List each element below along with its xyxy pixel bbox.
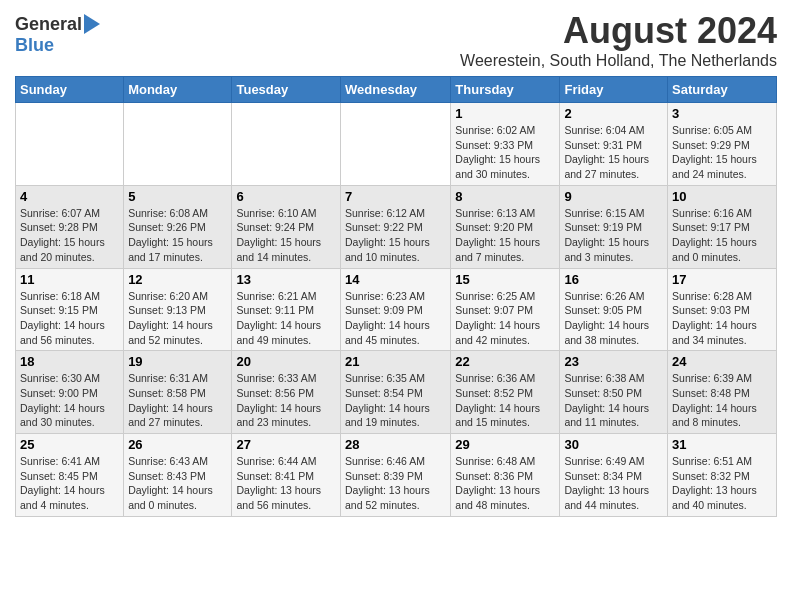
day-info: Sunrise: 6:07 AM Sunset: 9:28 PM Dayligh… xyxy=(20,206,119,265)
weekday-header-tuesday: Tuesday xyxy=(232,77,341,103)
day-number: 9 xyxy=(564,189,663,204)
calendar-cell: 26Sunrise: 6:43 AM Sunset: 8:43 PM Dayli… xyxy=(124,434,232,517)
day-info: Sunrise: 6:36 AM Sunset: 8:52 PM Dayligh… xyxy=(455,371,555,430)
day-info: Sunrise: 6:51 AM Sunset: 8:32 PM Dayligh… xyxy=(672,454,772,513)
calendar-cell xyxy=(341,103,451,186)
calendar-week-row: 1Sunrise: 6:02 AM Sunset: 9:33 PM Daylig… xyxy=(16,103,777,186)
day-number: 19 xyxy=(128,354,227,369)
day-info: Sunrise: 6:13 AM Sunset: 9:20 PM Dayligh… xyxy=(455,206,555,265)
weekday-header-saturday: Saturday xyxy=(668,77,777,103)
day-info: Sunrise: 6:43 AM Sunset: 8:43 PM Dayligh… xyxy=(128,454,227,513)
weekday-header-thursday: Thursday xyxy=(451,77,560,103)
calendar-week-row: 11Sunrise: 6:18 AM Sunset: 9:15 PM Dayli… xyxy=(16,268,777,351)
day-number: 16 xyxy=(564,272,663,287)
day-info: Sunrise: 6:08 AM Sunset: 9:26 PM Dayligh… xyxy=(128,206,227,265)
day-number: 3 xyxy=(672,106,772,121)
day-number: 7 xyxy=(345,189,446,204)
logo-general-text: General xyxy=(15,14,82,35)
day-number: 10 xyxy=(672,189,772,204)
calendar-cell: 21Sunrise: 6:35 AM Sunset: 8:54 PM Dayli… xyxy=(341,351,451,434)
day-number: 14 xyxy=(345,272,446,287)
calendar-cell xyxy=(16,103,124,186)
day-info: Sunrise: 6:41 AM Sunset: 8:45 PM Dayligh… xyxy=(20,454,119,513)
calendar-cell: 7Sunrise: 6:12 AM Sunset: 9:22 PM Daylig… xyxy=(341,185,451,268)
calendar-cell: 13Sunrise: 6:21 AM Sunset: 9:11 PM Dayli… xyxy=(232,268,341,351)
location-subtitle: Weerestein, South Holland, The Netherlan… xyxy=(460,52,777,70)
calendar-cell: 24Sunrise: 6:39 AM Sunset: 8:48 PM Dayli… xyxy=(668,351,777,434)
calendar-cell: 14Sunrise: 6:23 AM Sunset: 9:09 PM Dayli… xyxy=(341,268,451,351)
day-number: 25 xyxy=(20,437,119,452)
calendar-week-row: 4Sunrise: 6:07 AM Sunset: 9:28 PM Daylig… xyxy=(16,185,777,268)
day-number: 26 xyxy=(128,437,227,452)
logo-blue-text: Blue xyxy=(15,35,54,56)
calendar-cell: 16Sunrise: 6:26 AM Sunset: 9:05 PM Dayli… xyxy=(560,268,668,351)
logo-arrow-icon xyxy=(84,14,100,34)
calendar-cell: 9Sunrise: 6:15 AM Sunset: 9:19 PM Daylig… xyxy=(560,185,668,268)
day-number: 29 xyxy=(455,437,555,452)
day-number: 18 xyxy=(20,354,119,369)
day-number: 11 xyxy=(20,272,119,287)
day-info: Sunrise: 6:20 AM Sunset: 9:13 PM Dayligh… xyxy=(128,289,227,348)
calendar-cell: 5Sunrise: 6:08 AM Sunset: 9:26 PM Daylig… xyxy=(124,185,232,268)
day-info: Sunrise: 6:05 AM Sunset: 9:29 PM Dayligh… xyxy=(672,123,772,182)
day-number: 30 xyxy=(564,437,663,452)
calendar-cell xyxy=(124,103,232,186)
calendar-cell: 6Sunrise: 6:10 AM Sunset: 9:24 PM Daylig… xyxy=(232,185,341,268)
day-info: Sunrise: 6:23 AM Sunset: 9:09 PM Dayligh… xyxy=(345,289,446,348)
calendar-cell: 23Sunrise: 6:38 AM Sunset: 8:50 PM Dayli… xyxy=(560,351,668,434)
day-info: Sunrise: 6:28 AM Sunset: 9:03 PM Dayligh… xyxy=(672,289,772,348)
day-number: 28 xyxy=(345,437,446,452)
day-number: 15 xyxy=(455,272,555,287)
day-info: Sunrise: 6:38 AM Sunset: 8:50 PM Dayligh… xyxy=(564,371,663,430)
day-info: Sunrise: 6:31 AM Sunset: 8:58 PM Dayligh… xyxy=(128,371,227,430)
title-area: August 2024 Weerestein, South Holland, T… xyxy=(460,10,777,70)
calendar-table: SundayMondayTuesdayWednesdayThursdayFrid… xyxy=(15,76,777,517)
calendar-cell: 10Sunrise: 6:16 AM Sunset: 9:17 PM Dayli… xyxy=(668,185,777,268)
day-info: Sunrise: 6:18 AM Sunset: 9:15 PM Dayligh… xyxy=(20,289,119,348)
calendar-cell: 22Sunrise: 6:36 AM Sunset: 8:52 PM Dayli… xyxy=(451,351,560,434)
day-info: Sunrise: 6:26 AM Sunset: 9:05 PM Dayligh… xyxy=(564,289,663,348)
day-number: 20 xyxy=(236,354,336,369)
weekday-header-sunday: Sunday xyxy=(16,77,124,103)
day-number: 13 xyxy=(236,272,336,287)
day-info: Sunrise: 6:44 AM Sunset: 8:41 PM Dayligh… xyxy=(236,454,336,513)
day-info: Sunrise: 6:30 AM Sunset: 9:00 PM Dayligh… xyxy=(20,371,119,430)
calendar-cell: 31Sunrise: 6:51 AM Sunset: 8:32 PM Dayli… xyxy=(668,434,777,517)
day-number: 8 xyxy=(455,189,555,204)
month-year-title: August 2024 xyxy=(460,10,777,52)
day-info: Sunrise: 6:10 AM Sunset: 9:24 PM Dayligh… xyxy=(236,206,336,265)
calendar-cell: 27Sunrise: 6:44 AM Sunset: 8:41 PM Dayli… xyxy=(232,434,341,517)
day-number: 21 xyxy=(345,354,446,369)
calendar-week-row: 25Sunrise: 6:41 AM Sunset: 8:45 PM Dayli… xyxy=(16,434,777,517)
calendar-cell: 19Sunrise: 6:31 AM Sunset: 8:58 PM Dayli… xyxy=(124,351,232,434)
day-info: Sunrise: 6:15 AM Sunset: 9:19 PM Dayligh… xyxy=(564,206,663,265)
calendar-week-row: 18Sunrise: 6:30 AM Sunset: 9:00 PM Dayli… xyxy=(16,351,777,434)
day-info: Sunrise: 6:21 AM Sunset: 9:11 PM Dayligh… xyxy=(236,289,336,348)
day-info: Sunrise: 6:12 AM Sunset: 9:22 PM Dayligh… xyxy=(345,206,446,265)
day-info: Sunrise: 6:49 AM Sunset: 8:34 PM Dayligh… xyxy=(564,454,663,513)
calendar-cell: 15Sunrise: 6:25 AM Sunset: 9:07 PM Dayli… xyxy=(451,268,560,351)
header: General Blue August 2024 Weerestein, Sou… xyxy=(15,10,777,70)
day-number: 27 xyxy=(236,437,336,452)
day-number: 6 xyxy=(236,189,336,204)
day-number: 31 xyxy=(672,437,772,452)
calendar-cell: 2Sunrise: 6:04 AM Sunset: 9:31 PM Daylig… xyxy=(560,103,668,186)
calendar-cell: 28Sunrise: 6:46 AM Sunset: 8:39 PM Dayli… xyxy=(341,434,451,517)
calendar-cell: 30Sunrise: 6:49 AM Sunset: 8:34 PM Dayli… xyxy=(560,434,668,517)
day-number: 1 xyxy=(455,106,555,121)
day-info: Sunrise: 6:25 AM Sunset: 9:07 PM Dayligh… xyxy=(455,289,555,348)
calendar-cell: 18Sunrise: 6:30 AM Sunset: 9:00 PM Dayli… xyxy=(16,351,124,434)
day-info: Sunrise: 6:35 AM Sunset: 8:54 PM Dayligh… xyxy=(345,371,446,430)
calendar-header: SundayMondayTuesdayWednesdayThursdayFrid… xyxy=(16,77,777,103)
day-number: 23 xyxy=(564,354,663,369)
day-info: Sunrise: 6:48 AM Sunset: 8:36 PM Dayligh… xyxy=(455,454,555,513)
day-number: 24 xyxy=(672,354,772,369)
calendar-body: 1Sunrise: 6:02 AM Sunset: 9:33 PM Daylig… xyxy=(16,103,777,517)
weekday-header-wednesday: Wednesday xyxy=(341,77,451,103)
calendar-cell xyxy=(232,103,341,186)
day-number: 5 xyxy=(128,189,227,204)
day-number: 2 xyxy=(564,106,663,121)
day-info: Sunrise: 6:39 AM Sunset: 8:48 PM Dayligh… xyxy=(672,371,772,430)
day-info: Sunrise: 6:46 AM Sunset: 8:39 PM Dayligh… xyxy=(345,454,446,513)
calendar-cell: 8Sunrise: 6:13 AM Sunset: 9:20 PM Daylig… xyxy=(451,185,560,268)
